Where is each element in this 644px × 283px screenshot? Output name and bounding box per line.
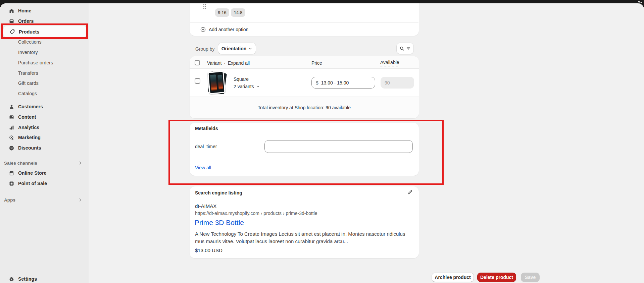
tag-icon	[9, 29, 15, 35]
sidebar-item-point-of-sale[interactable]: Point of Sale	[0, 178, 89, 188]
archive-product-button[interactable]: Archive product	[432, 273, 474, 282]
sidebar-item-online-store[interactable]: Online Store	[0, 168, 89, 178]
sidebar-item-label: Purchase orders	[18, 60, 53, 65]
view-all-link[interactable]: View all	[195, 165, 211, 170]
total-inventory-footer: Total inventory at Shop location: 90 ava…	[190, 97, 419, 118]
variant-thumbnail-image	[207, 71, 226, 94]
sidebar-section-label: Apps	[4, 197, 15, 203]
sidebar-section-label: Sales channels	[4, 161, 37, 166]
sidebar-item-label: Products	[19, 29, 39, 35]
group-by-dropdown[interactable]: Orientation	[218, 43, 256, 54]
sidebar-item-label: Catalogs	[18, 91, 37, 96]
metafields-title: Metafields	[195, 126, 218, 131]
delete-product-button[interactable]: Delete product	[477, 273, 516, 282]
sidebar-item-collections[interactable]: Collections	[0, 37, 89, 47]
sidebar-item-purchase-orders[interactable]: Purchase orders	[0, 58, 89, 68]
seo-description: A New Technology To Create Images Lectus…	[195, 230, 415, 245]
sidebar-item-label: Marketing	[18, 135, 41, 140]
shopify-admin-screen: Home Orders Products Collections Invento…	[0, 0, 644, 283]
sidebar-item-transfers[interactable]: Transfers	[0, 68, 89, 78]
sidebar-item-orders[interactable]: Orders	[0, 16, 89, 26]
sidebar-item-settings[interactable]: Settings	[0, 274, 89, 283]
seo-price: $13.00 USD	[195, 247, 222, 253]
top-chrome-bar	[0, 0, 644, 3]
sidebar-item-analytics[interactable]: Analytics	[0, 122, 89, 132]
home-icon	[9, 8, 14, 14]
available-column-header: Available	[380, 60, 399, 66]
sidebar-item-content[interactable]: Content	[0, 112, 89, 122]
online-store-icon	[9, 170, 14, 176]
sidebar-item-label: Analytics	[18, 125, 39, 130]
chevron-down-icon	[256, 85, 260, 89]
variant-thumbnail[interactable]	[206, 70, 228, 96]
add-another-option-label: Add another option	[209, 27, 248, 32]
metafield-key-label: deal_timer	[195, 144, 217, 149]
sidebar-item-products[interactable]: Products	[3, 26, 87, 38]
pencil-icon	[407, 189, 413, 195]
price-range-input[interactable]: $ 13.00 - 15.00	[311, 77, 375, 89]
orders-icon	[9, 18, 14, 24]
add-another-option-button[interactable]: Add another option	[200, 26, 248, 33]
sidebar-item-label: Point of Sale	[18, 181, 47, 186]
marketing-icon	[9, 135, 14, 140]
expand-all-link[interactable]: Expand all	[228, 60, 250, 66]
variant-count-label: 2 variants	[234, 84, 254, 89]
variant-row-checkbox[interactable]	[195, 78, 200, 84]
sidebar-item-label: Settings	[18, 276, 37, 282]
price-range-value: 13.00 - 15.00	[321, 80, 349, 86]
currency-symbol: $	[316, 80, 318, 86]
card-divider	[190, 22, 418, 23]
sidebar-item-label: Discounts	[18, 145, 41, 151]
variant-name[interactable]: Square	[234, 76, 249, 82]
total-inventory-text: Total inventory at Shop location: 90 ava…	[258, 105, 351, 110]
drag-handle-icon[interactable]	[203, 4, 206, 10]
chevron-right-icon	[78, 161, 83, 167]
seo-page-title-link[interactable]: Prime 3D Bottle	[195, 219, 244, 227]
sidebar-item-label: Content	[18, 114, 36, 120]
sidebar-item-customers[interactable]: Customers	[0, 102, 89, 112]
content-icon	[9, 114, 14, 120]
seo-title: Search engine listing	[195, 190, 242, 195]
sidebar-item-discounts[interactable]: Discounts	[0, 143, 89, 153]
sidebar-item-inventory[interactable]: Inventory	[0, 47, 89, 57]
variant-count-toggle[interactable]: 2 variants	[234, 84, 260, 89]
select-all-checkbox[interactable]	[195, 60, 200, 65]
seo-url: https://dt-aimax.myshopify.com › product…	[195, 211, 317, 216]
sidebar-item-catalogs[interactable]: Catalogs	[0, 89, 89, 99]
metafield-value-input[interactable]	[264, 140, 413, 153]
save-button[interactable]: Save	[521, 273, 540, 282]
sidebar-item-marketing[interactable]: Marketing	[0, 132, 89, 143]
group-by-value: Orientation	[221, 46, 247, 51]
edit-seo-button[interactable]	[407, 189, 413, 195]
bottle-photo	[210, 74, 217, 91]
search-icon	[399, 46, 405, 51]
header-separator: ·	[223, 60, 227, 66]
available-quantity-value: 90	[385, 80, 390, 86]
discounts-icon	[9, 145, 14, 151]
sidebar-item-gift-cards[interactable]: Gift cards	[0, 78, 89, 88]
available-quantity-field[interactable]: 90	[381, 77, 414, 89]
sidebar-item-label: Customers	[18, 104, 43, 109]
seo-site-name: dt-AIMAX	[195, 203, 216, 209]
variant-column-header: Variant · Expand all	[207, 60, 250, 66]
sidebar-item-label: Home	[18, 8, 31, 13]
mouse-cursor	[638, 1, 643, 7]
sidebar-item-label: Inventory	[18, 50, 38, 55]
search-filter-button[interactable]	[396, 43, 414, 54]
gear-icon	[9, 276, 14, 282]
sidebar-section-sales-channels[interactable]: Sales channels	[0, 158, 89, 168]
sidebar-item-home[interactable]: Home	[0, 6, 89, 16]
bottle-photo	[217, 75, 223, 90]
sidebar-item-label: Orders	[18, 18, 34, 24]
sidebar-section-apps[interactable]: Apps	[0, 195, 89, 205]
chevron-down-icon	[248, 47, 252, 51]
sidebar-item-label: Transfers	[18, 70, 38, 76]
analytics-icon	[9, 125, 14, 130]
option-value-chip[interactable]: 14:8	[231, 8, 245, 17]
option-value-chip[interactable]: 9:16	[215, 8, 229, 17]
filter-icon	[406, 46, 411, 51]
chevron-right-icon	[78, 197, 83, 204]
sidebar-item-label: Gift cards	[18, 80, 39, 86]
sidebar-item-label: Collections	[18, 39, 42, 45]
customers-icon	[9, 104, 14, 110]
